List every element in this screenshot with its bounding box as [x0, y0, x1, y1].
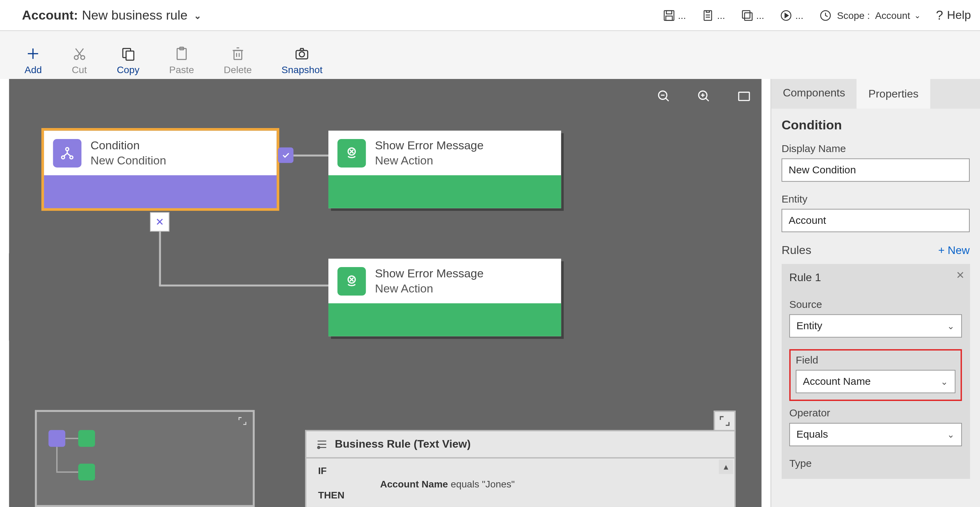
rule-card: Rule 1 ✕ Source Entity ⌄ Field Account N… — [782, 264, 970, 478]
settings-list-icon — [315, 438, 328, 451]
scope-label: Scope : — [837, 10, 870, 21]
action-node[interactable]: Show Error Message New Action — [328, 131, 561, 208]
validate-icon-button[interactable]: ... — [702, 9, 725, 22]
svg-point-17 — [299, 52, 305, 57]
type-label: Type — [789, 458, 962, 470]
node-title: Show Error Message — [375, 266, 484, 281]
action-node[interactable]: Show Error Message New Action — [328, 259, 561, 336]
svg-marker-7 — [785, 13, 788, 18]
rule-text-line: Account Name equals "Jones" — [380, 478, 723, 489]
activate-icon-button[interactable]: ... — [780, 9, 803, 22]
entity-input[interactable] — [782, 209, 970, 233]
source-select[interactable]: Entity ⌄ — [789, 314, 962, 338]
text-view-panel: Business Rule (Text View) ▲ IF Account N… — [305, 430, 736, 507]
minimap-node — [48, 430, 65, 447]
minimap-node — [78, 464, 95, 481]
display-name-input[interactable] — [782, 159, 970, 182]
titlebar: Account: New business rule ⌄ ... ... ...… — [0, 0, 980, 31]
copy-button[interactable]: Copy — [117, 46, 139, 75]
properties-panel: Components Properties Condition Display … — [771, 79, 980, 507]
expand-icon[interactable] — [237, 416, 247, 428]
expand-text-view-button[interactable] — [714, 411, 736, 430]
zoom-out-button[interactable] — [657, 89, 671, 105]
node-title: Condition — [91, 138, 166, 153]
saveas-icon-button[interactable]: ... — [740, 9, 764, 22]
node-subtitle: New Action — [375, 281, 484, 295]
condition-node[interactable]: Condition New Condition — [44, 131, 277, 208]
minimap[interactable] — [35, 410, 255, 507]
cut-button[interactable]: Cut — [72, 46, 87, 75]
rules-section-title: Rules — [782, 244, 811, 257]
entity-label: Entity — [782, 193, 970, 205]
svg-rect-2 — [666, 16, 672, 20]
save-icon-button[interactable]: ... — [662, 9, 686, 22]
snapshot-button[interactable]: Snapshot — [282, 46, 322, 75]
canvas[interactable]: Condition New Condition ✕ Show Error Mes… — [9, 79, 761, 507]
then-keyword: THEN — [318, 489, 723, 501]
chevron-down-icon: ⌄ — [914, 11, 921, 19]
new-rule-button[interactable]: + New — [938, 244, 970, 257]
connector — [159, 285, 328, 287]
condition-icon — [53, 139, 81, 167]
chevron-down-icon: ⌄ — [940, 376, 948, 386]
field-label: Field — [796, 354, 955, 366]
help-button[interactable]: ? Help — [936, 8, 971, 23]
panel-section-title: Condition — [782, 118, 970, 132]
svg-rect-5 — [744, 12, 752, 20]
svg-rect-15 — [234, 51, 242, 59]
error-message-icon — [337, 139, 366, 167]
svg-rect-1 — [666, 10, 671, 13]
title-rule-name: New business rule — [82, 8, 188, 23]
if-keyword: IF — [318, 465, 723, 476]
false-branch-icon: ✕ — [150, 212, 170, 232]
source-label: Source — [789, 299, 962, 310]
paste-button[interactable]: Paste — [169, 46, 194, 75]
minimap-node — [78, 430, 95, 447]
text-view-title: Business Rule (Text View) — [335, 438, 471, 451]
close-icon[interactable]: ✕ — [956, 269, 964, 281]
scroll-up-button[interactable]: ▲ — [719, 460, 733, 474]
tab-components[interactable]: Components — [771, 79, 856, 109]
operator-select[interactable]: Equals ⌄ — [789, 423, 962, 446]
delete-button[interactable]: Delete — [224, 46, 252, 75]
display-name-label: Display Name — [782, 143, 970, 155]
chevron-down-icon: ⌄ — [194, 10, 202, 20]
error-message-icon — [337, 267, 366, 295]
connector — [159, 226, 161, 285]
titlebar-title[interactable]: Account: New business rule ⌄ — [22, 8, 202, 23]
scope-dropdown[interactable]: Account ⌄ — [875, 10, 920, 21]
node-subtitle: New Condition — [91, 153, 166, 167]
svg-rect-20 — [739, 92, 749, 100]
svg-rect-4 — [742, 10, 750, 18]
field-highlight: Field Account Name ⌄ — [789, 349, 962, 401]
add-button[interactable]: Add — [25, 46, 42, 75]
true-branch-icon — [278, 148, 293, 163]
node-title: Show Error Message — [375, 138, 484, 153]
svg-rect-12 — [126, 51, 134, 60]
chevron-down-icon: ⌄ — [947, 429, 955, 440]
toolbar: Add Cut Copy Paste Delete Snapshot — [0, 31, 980, 79]
tab-properties[interactable]: Properties — [857, 79, 930, 109]
clock-icon — [819, 9, 832, 22]
node-subtitle: New Action — [375, 153, 484, 167]
zoom-in-button[interactable] — [697, 89, 711, 105]
fit-screen-button[interactable] — [737, 89, 751, 105]
rule-card-title: Rule 1 — [789, 271, 821, 284]
operator-label: Operator — [789, 407, 962, 419]
title-prefix: Account: — [22, 8, 78, 23]
field-select[interactable]: Account Name ⌄ — [796, 370, 955, 393]
chevron-down-icon: ⌄ — [947, 320, 955, 331]
help-icon: ? — [936, 8, 943, 23]
svg-point-21 — [66, 147, 69, 150]
